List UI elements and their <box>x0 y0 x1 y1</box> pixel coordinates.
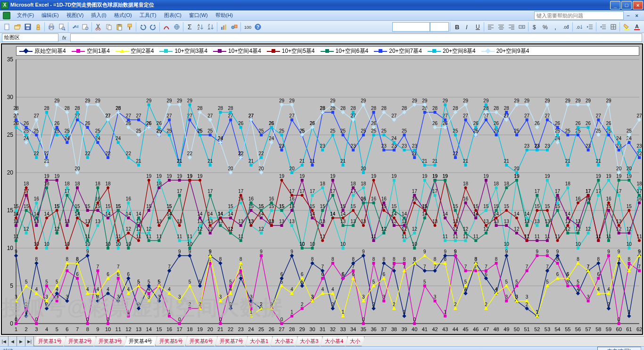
menu-view[interactable]: 视图(V) <box>63 12 88 19</box>
svg-text:18: 18 <box>105 181 111 186</box>
sort-asc-button[interactable]: AZ <box>195 22 206 32</box>
research-button[interactable] <box>80 22 91 32</box>
inc-dec-button[interactable]: .00 <box>561 22 571 32</box>
save-button[interactable] <box>23 22 33 32</box>
help-search-input[interactable] <box>534 11 624 20</box>
italic-button[interactable]: I <box>462 22 472 32</box>
nav-prev[interactable]: ◀ <box>8 336 17 346</box>
autosum-button[interactable]: Σ <box>185 22 195 32</box>
legend-item-0[interactable]: 原始空间基4 <box>17 47 69 55</box>
sheet-tab-8[interactable]: 大小基2 <box>271 336 297 346</box>
align-right-button[interactable] <box>506 22 517 32</box>
nav-last[interactable]: ▶| <box>25 336 34 346</box>
svg-text:5: 5 <box>515 279 518 284</box>
permission-button[interactable] <box>33 22 43 32</box>
nav-first[interactable]: |◀ <box>0 336 8 346</box>
print-button[interactable] <box>46 22 57 32</box>
fx-icon[interactable]: fx <box>58 35 70 41</box>
legend-item-2[interactable]: 空间2基4 <box>113 47 157 55</box>
sheet-tab-9[interactable]: 大小基3 <box>296 336 322 346</box>
underline-button[interactable]: U <box>472 22 483 32</box>
redo-button[interactable] <box>148 22 158 32</box>
sheet-tab-2[interactable]: 开奖基3号 <box>94 336 126 346</box>
legend-item-8[interactable]: 20+空间8基4 <box>425 47 479 55</box>
sheet-tab-0[interactable]: 开奖基1号 <box>34 336 66 346</box>
sheet-tab-3[interactable]: 开奖基4号 <box>124 336 157 346</box>
svg-text:29: 29 <box>187 98 193 103</box>
menu-tools[interactable]: 工具(T) <box>136 12 160 19</box>
sheet-tab-1[interactable]: 开奖基2号 <box>64 336 96 346</box>
legend-item-6[interactable]: 10+空间6基4 <box>318 47 372 55</box>
currency-button[interactable]: $ <box>530 22 540 32</box>
sheet-tab-7[interactable]: 大小基1 <box>246 336 272 346</box>
minimize-button[interactable]: _ <box>610 1 620 9</box>
font-size-select[interactable] <box>430 22 449 32</box>
inc-indent-button[interactable] <box>598 22 608 32</box>
menu-chart[interactable]: 图表(C) <box>160 12 185 19</box>
svg-rect-470 <box>45 247 48 250</box>
chart-plot[interactable]: 0510152025303512345678910111213141516171… <box>2 57 642 334</box>
menu-window[interactable]: 窗口(W) <box>185 12 212 19</box>
sort-desc-button[interactable]: ZA <box>206 22 216 32</box>
drawing-button[interactable] <box>229 22 239 32</box>
hyperlink-button[interactable] <box>172 22 182 32</box>
paste-button[interactable] <box>114 22 124 32</box>
svg-text:19: 19 <box>197 326 203 332</box>
svg-text:19: 19 <box>44 174 50 179</box>
chart-legend[interactable]: 原始空间基4空间1基4空间2基410+空间3基410+空间4基410+空间5基4… <box>16 46 639 56</box>
chart-area[interactable]: 原始空间基4空间1基4空间2基410+空间3基410+空间4基410+空间5基4… <box>1 43 643 335</box>
dec-dec-button[interactable]: .0 <box>574 22 585 32</box>
align-center-button[interactable] <box>496 22 506 32</box>
legend-item-9[interactable]: 20+空间9基4 <box>479 47 532 55</box>
percent-button[interactable]: % <box>540 22 551 32</box>
svg-rect-468 <box>35 201 38 204</box>
menu-help[interactable]: 帮助(H) <box>212 12 237 19</box>
formula-input[interactable] <box>70 33 642 42</box>
menu-file[interactable]: 文件(F) <box>13 12 38 19</box>
menu-format[interactable]: 格式(O) <box>110 12 136 19</box>
open-button[interactable] <box>12 22 23 32</box>
ink-button[interactable] <box>161 22 172 32</box>
close-button[interactable]: × <box>633 1 643 9</box>
svg-rect-374 <box>505 300 508 302</box>
svg-text:13: 13 <box>524 219 530 224</box>
sheet-tab-11[interactable]: 大小 <box>346 336 364 346</box>
sheet-tab-5[interactable]: 开奖基6号 <box>185 336 217 346</box>
legend-item-7[interactable]: 20+空间7基4 <box>371 47 425 55</box>
sheet-tab-4[interactable]: 开奖基5号 <box>155 336 187 346</box>
sheet-tab-10[interactable]: 大小基4 <box>321 336 347 346</box>
name-box[interactable] <box>2 33 58 42</box>
legend-item-3[interactable]: 10+空间3基4 <box>157 47 210 55</box>
svg-rect-1312 <box>545 103 549 107</box>
format-painter-button[interactable] <box>124 22 135 32</box>
legend-item-4[interactable]: 10+空间4基4 <box>210 47 264 55</box>
font-name-select[interactable] <box>392 22 430 32</box>
maximize-button[interactable]: □ <box>621 1 632 9</box>
spelling-button[interactable]: ✓ABC <box>70 22 80 32</box>
new-doc-button[interactable] <box>2 22 12 32</box>
font-color-button[interactable]: A <box>632 22 642 32</box>
fill-color-button[interactable] <box>621 22 632 32</box>
legend-item-1[interactable]: 空间1基4 <box>69 47 113 55</box>
menu-edit[interactable]: 编辑(E) <box>38 12 63 19</box>
menu-insert[interactable]: 插入(I) <box>87 12 110 19</box>
copy-button[interactable] <box>104 22 114 32</box>
cut-button[interactable] <box>93 22 104 32</box>
excel-doc-icon[interactable] <box>3 12 10 19</box>
svg-rect-620 <box>178 179 181 182</box>
legend-item-5[interactable]: 10+空间5基4 <box>264 47 318 55</box>
print-preview-button[interactable] <box>57 22 67 32</box>
sheet-tab-6[interactable]: 开奖基7号 <box>215 336 248 346</box>
align-left-button[interactable] <box>486 22 496 32</box>
bold-button[interactable]: B <box>452 22 462 32</box>
merge-button[interactable] <box>517 22 527 32</box>
zoom-button[interactable]: 100% <box>242 22 253 32</box>
help-button[interactable]: ? <box>253 22 263 32</box>
chart-wizard-button[interactable] <box>219 22 229 32</box>
workbook-close-button[interactable]: × <box>633 13 641 18</box>
borders-button[interactable] <box>608 22 619 32</box>
comma-button[interactable]: , <box>551 22 561 32</box>
dec-indent-button[interactable] <box>585 22 595 32</box>
nav-next[interactable]: ▶ <box>17 336 25 346</box>
undo-button[interactable] <box>138 22 148 32</box>
